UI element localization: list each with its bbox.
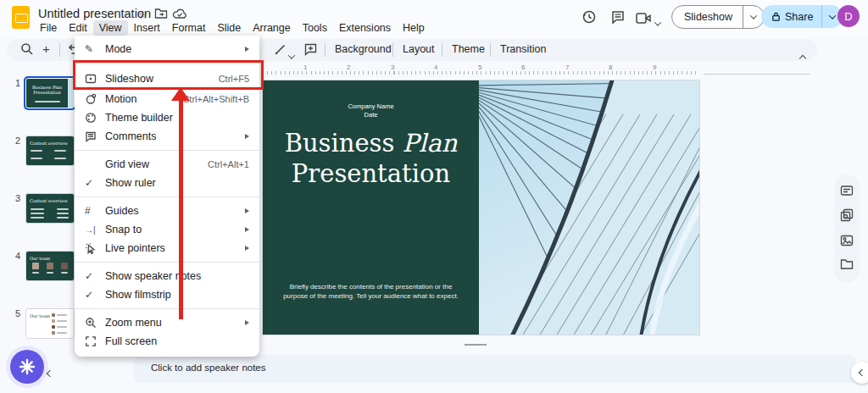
transition-button[interactable]: Transition: [500, 43, 546, 55]
google-slides-window: Untitled presentation ☆ File Edit View I…: [0, 0, 868, 393]
ruler-number: 7: [565, 64, 569, 71]
ruler-number: 9: [653, 64, 656, 71]
motion-icon: [85, 93, 105, 105]
version-history-icon[interactable]: [581, 9, 597, 28]
slide-thumbnail-2[interactable]: Content overview: [25, 136, 75, 166]
layers-icon[interactable]: [840, 208, 854, 225]
slide-body-text[interactable]: Briefly describe the contents of the pre…: [281, 282, 460, 301]
menu-edit[interactable]: Edit: [63, 20, 93, 36]
menu-item-guides[interactable]: # Guides: [75, 202, 259, 220]
menu-item-motion[interactable]: Motion Ctrl+Alt+Shift+B: [75, 90, 259, 108]
add-comment-button[interactable]: [303, 42, 318, 60]
menu-item-full-screen[interactable]: Full screen: [75, 332, 259, 351]
cards-icon[interactable]: [840, 184, 854, 201]
slide-number: 2: [8, 136, 20, 146]
menu-arrange[interactable]: Arrange: [247, 20, 296, 36]
background-button[interactable]: Background: [335, 43, 392, 55]
side-panel-collapse-button[interactable]: [851, 362, 868, 384]
pen-dropdown-icon[interactable]: [289, 47, 294, 63]
slide-canvas[interactable]: Company NameDate Business Plan Presentat…: [263, 80, 699, 335]
thumbnail-title: Content overview: [30, 141, 68, 146]
architecture-image[interactable]: [479, 80, 699, 335]
share-button[interactable]: Share: [761, 11, 821, 23]
menu-item-grid-view[interactable]: Grid view Ctrl+Alt+1: [75, 155, 259, 174]
slide-thumbnail-1[interactable]: Business Plan Presentation: [25, 78, 75, 108]
insert-plus-icon[interactable]: +: [42, 42, 50, 56]
notes-resize-handle[interactable]: [465, 344, 487, 346]
star-icon[interactable]: ☆: [138, 8, 148, 21]
account-avatar[interactable]: D: [837, 5, 860, 27]
theme-button[interactable]: Theme: [452, 43, 485, 55]
menu-item-show-ruler[interactable]: ✓ Show ruler: [75, 174, 259, 192]
menu-slide[interactable]: Slide: [211, 20, 247, 36]
slide-thumbnail-5[interactable]: Our team: [25, 308, 75, 339]
menu-item-show-speaker-notes[interactable]: ✓ Show speaker notes: [75, 267, 259, 285]
zoom-tool-icon[interactable]: [20, 42, 35, 60]
filmstrip-collapse-icon[interactable]: [47, 364, 53, 379]
image-person-icon[interactable]: [840, 234, 854, 251]
guides-icon: #: [85, 205, 105, 217]
slide-number: 4: [8, 251, 20, 261]
pen-tool-icon[interactable]: [274, 42, 287, 59]
check-icon: ✓: [85, 270, 105, 282]
share-label: Share: [785, 11, 813, 23]
slide-number: 5: [8, 308, 20, 318]
menu-file[interactable]: File: [34, 20, 63, 36]
menu-item-slideshow[interactable]: Slideshow Ctrl+F5: [75, 68, 259, 90]
toolbar-separator: [392, 43, 393, 57]
menu-item-comments[interactable]: Comments: [75, 127, 259, 146]
check-icon: ✓: [85, 289, 105, 301]
submenu-arrow-icon: [245, 134, 249, 139]
slideshow-button[interactable]: Slideshow: [672, 11, 743, 23]
pencil-icon: ✎: [85, 43, 105, 55]
collapse-toolbar-icon[interactable]: [800, 49, 805, 64]
side-panel: [834, 174, 860, 283]
folder-icon[interactable]: [840, 258, 854, 274]
live-pointers-icon: [85, 242, 105, 254]
menu-help[interactable]: Help: [397, 20, 431, 36]
meet-camera-icon[interactable]: [636, 12, 652, 27]
ruler-ticks: [263, 71, 699, 75]
layout-button[interactable]: Layout: [403, 43, 435, 55]
meet-dropdown-icon[interactable]: [655, 14, 660, 30]
menu-tools[interactable]: Tools: [297, 20, 333, 36]
menu-format[interactable]: Format: [166, 20, 212, 36]
submenu-arrow-icon: [245, 246, 249, 251]
submenu-arrow-icon: [245, 227, 249, 232]
menu-item-zoom-menu[interactable]: Zoom menu: [75, 313, 259, 332]
thumbnail-title: Business Plan Presentation: [26, 85, 68, 95]
slide-thumbnail-3[interactable]: Content overview: [25, 193, 75, 224]
full-screen-icon: [85, 335, 105, 347]
slides-logo-icon[interactable]: [12, 6, 30, 29]
menu-insert[interactable]: Insert: [128, 20, 166, 36]
horizontal-ruler: 1 2 3 4 5 6 7 8 9: [263, 64, 699, 75]
menu-item-live-pointers[interactable]: Live pointers: [75, 239, 259, 257]
ruler-number: 4: [434, 64, 437, 71]
menu-view[interactable]: View: [93, 20, 128, 36]
menu-item-theme-builder[interactable]: Theme builder: [75, 108, 259, 127]
theme-builder-icon: [85, 112, 105, 124]
menu-item-show-filmstrip[interactable]: ✓ Show filmstrip: [75, 285, 259, 304]
view-menu-dropdown: ✎ Mode Slideshow Ctrl+F5 Motion Ctrl+Alt…: [75, 36, 259, 357]
menu-divider: [75, 308, 259, 309]
speaker-notes-box[interactable]: Click to add speaker notes: [134, 355, 856, 383]
thumbnail-title: Content overview: [30, 198, 68, 203]
ruler-number: 6: [521, 64, 525, 71]
ruler-number: 2: [347, 64, 350, 71]
gemini-spark-button[interactable]: [10, 350, 44, 384]
menu-item-snap-to[interactable]: →| Snap to: [75, 220, 259, 239]
ruler-number: 5: [478, 64, 481, 71]
thumbnail-image-sliver: [68, 79, 74, 108]
document-title[interactable]: Untitled presentation: [38, 7, 151, 20]
check-icon: ✓: [85, 177, 105, 189]
slide-number: 1: [8, 78, 20, 88]
menu-item-mode[interactable]: ✎ Mode: [75, 40, 259, 58]
comments-icon[interactable]: [610, 9, 626, 28]
toolbar-separator: [442, 43, 442, 57]
slide-title[interactable]: Business Plan Presentation: [263, 128, 479, 189]
slide-thumbnail-4[interactable]: Our team: [25, 251, 75, 281]
submenu-arrow-icon: [245, 47, 249, 52]
menu-extensions[interactable]: Extensions: [333, 20, 397, 36]
ruler-number: 8: [609, 64, 612, 71]
slide-company-text[interactable]: Company NameDate: [263, 102, 479, 119]
